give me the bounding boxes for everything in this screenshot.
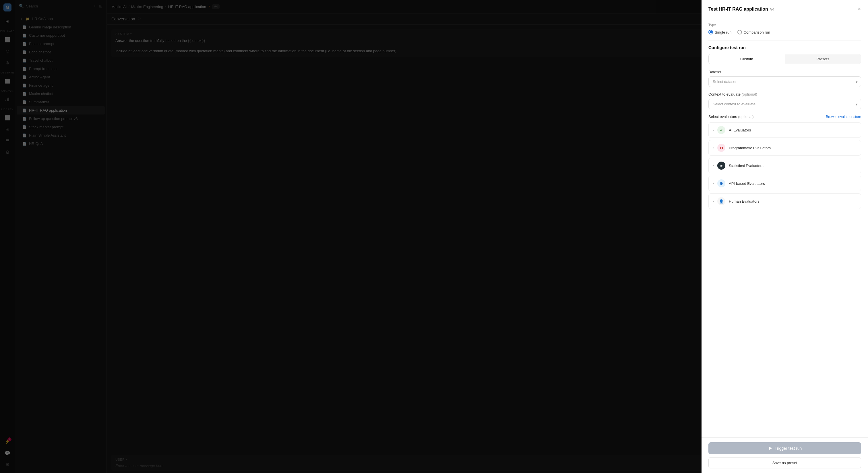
programmatic-evaluator-icon: ⊙: [717, 144, 725, 152]
trigger-icon: [768, 446, 772, 451]
modal-title-text: Test HR-IT RAG application: [708, 7, 768, 11]
programmatic-evaluator-chevron-icon: ›: [713, 146, 714, 150]
modal-footer: Trigger test run Save as preset: [702, 437, 868, 473]
trigger-btn-label: Trigger test run: [775, 446, 802, 451]
radio-group: Single run Comparison run: [708, 30, 861, 34]
api-evaluator-icon: ⚙: [717, 179, 725, 187]
context-label: Context to evaluate (optional): [708, 92, 861, 96]
human-evaluator-chevron-icon: ›: [713, 199, 714, 203]
dataset-select[interactable]: Select dataset: [708, 76, 861, 87]
modal-divider: [708, 40, 861, 40]
dataset-select-wrapper: Select dataset ▾: [708, 76, 861, 87]
ai-evaluator-chevron-icon: ›: [713, 128, 714, 132]
configure-section: Configure test run Custom Presets Datase…: [708, 45, 861, 209]
api-evaluator-chevron-icon: ›: [713, 181, 714, 185]
modal-title: Test HR-IT RAG application v4: [708, 7, 774, 12]
context-select-wrapper: Select context to evaluate ▾: [708, 99, 861, 109]
tab-presets[interactable]: Presets: [785, 54, 861, 64]
evaluators-label: Select evaluators (optional): [708, 115, 754, 119]
evaluator-item-api[interactable]: › ⚙ API-based Evaluators: [708, 176, 861, 191]
type-label: Type: [708, 23, 861, 27]
api-evaluator-label: API-based Evaluators: [729, 181, 765, 186]
modal-version: v4: [770, 7, 774, 11]
dataset-group: Dataset Select dataset ▾: [708, 70, 861, 87]
evaluators-header: Select evaluators (optional) Browse eval…: [708, 115, 861, 119]
context-select[interactable]: Select context to evaluate: [708, 99, 861, 109]
comparison-run-option[interactable]: Comparison run: [737, 30, 770, 34]
human-evaluator-label: Human Evaluators: [729, 199, 760, 203]
modal-body: Type Single run Comparison run Configure…: [702, 17, 868, 437]
single-run-label: Single run: [715, 30, 732, 34]
single-run-option[interactable]: Single run: [708, 30, 732, 34]
type-section: Type Single run Comparison run: [708, 23, 861, 34]
browse-evaluator-store-link[interactable]: Browse evaluator store: [826, 115, 861, 119]
single-run-radio[interactable]: [708, 30, 713, 34]
svg-marker-4: [769, 447, 772, 450]
context-optional-text: (optional): [742, 92, 757, 96]
modal-header: Test HR-IT RAG application v4 ×: [702, 0, 868, 17]
modal-close-button[interactable]: ×: [858, 6, 861, 12]
comparison-run-label: Comparison run: [744, 30, 770, 34]
tab-custom[interactable]: Custom: [709, 54, 785, 64]
ai-evaluator-icon: ✓: [717, 126, 725, 134]
statistical-evaluator-chevron-icon: ›: [713, 164, 714, 168]
configure-title: Configure test run: [708, 45, 861, 50]
human-evaluator-icon: 👤: [717, 197, 725, 205]
programmatic-evaluator-label: Programmatic Evaluators: [729, 146, 771, 150]
modal-overlay: Test HR-IT RAG application v4 × Type Sin…: [0, 0, 868, 473]
trigger-test-run-button[interactable]: Trigger test run: [708, 442, 861, 454]
modal-panel: Test HR-IT RAG application v4 × Type Sin…: [702, 0, 868, 473]
statistical-evaluator-icon: #: [717, 162, 725, 169]
save-as-preset-button[interactable]: Save as preset: [708, 457, 861, 468]
evaluators-section: Select evaluators (optional) Browse eval…: [708, 115, 861, 209]
configure-tabs: Custom Presets: [708, 54, 861, 64]
comparison-run-radio[interactable]: [737, 30, 742, 34]
ai-evaluator-label: AI Evaluators: [729, 128, 751, 132]
dataset-label: Dataset: [708, 70, 861, 74]
statistical-evaluator-label: Statistical Evaluators: [729, 164, 764, 168]
evaluator-item-programmatic[interactable]: › ⊙ Programmatic Evaluators: [708, 140, 861, 156]
evaluator-item-statistical[interactable]: › # Statistical Evaluators: [708, 158, 861, 174]
evaluator-item-ai[interactable]: › ✓ AI Evaluators: [708, 122, 861, 138]
context-group: Context to evaluate (optional) Select co…: [708, 92, 861, 109]
evaluator-item-human[interactable]: › 👤 Human Evaluators: [708, 193, 861, 209]
